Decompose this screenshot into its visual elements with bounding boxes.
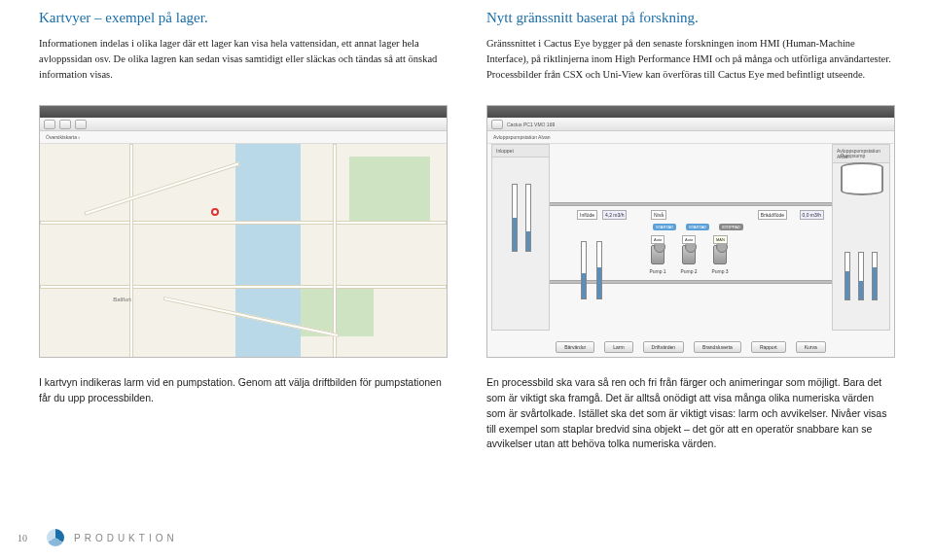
map-toolbar [40,118,447,131]
process-button[interactable]: Rapport [751,341,786,353]
level-gauge-fill [513,218,517,251]
level-gauge [844,252,850,300]
tank-icon [841,162,883,195]
map-window-titlebar [40,106,447,118]
map-road [40,285,447,289]
pump-label: Pump 2 [677,268,700,274]
inflow-label: Inflöde [577,210,597,220]
left-heading: Kartvyer – exempel på lager. [39,10,448,26]
mode-label: MAN [713,235,728,244]
process-screenshot: Cactus PC1 VMO 169 Avloppspumpstation Al… [486,105,895,358]
pipe [550,280,832,284]
toolbar-button[interactable] [75,120,87,129]
process-button[interactable]: Brandsluverta [694,341,741,353]
map-road [40,221,447,225]
left-side-panel: Inloppet [491,144,550,331]
status-tag: STARTAD [686,224,709,230]
pipe [550,202,832,206]
mode-label: Auto [651,235,665,244]
toolbar-button[interactable] [59,120,71,129]
map-road [129,144,133,358]
status-tag: STARTAD [653,224,676,230]
level-gauge [858,252,864,300]
status-tag: STOPPAD [719,224,743,230]
right-side-panel: Avloppspumpstation Alvan Pumpsump [832,144,890,331]
pump-icon[interactable] [682,245,696,264]
inflow-value: 4,2 m3/h [602,210,627,220]
pump-icon[interactable] [651,245,665,264]
process-button[interactable]: Bärvärdur [556,341,594,353]
process-button[interactable]: Kurva [796,341,826,353]
level-gauge [872,252,878,300]
right-heading: Nytt gränssnitt baserat på forskning. [486,10,895,26]
map-breadcrumb: Översiktskarta › [40,131,447,144]
right-caption: En processbild ska vara så ren och fri f… [486,375,895,452]
outflow-label: Bräddflöde [758,210,787,220]
process-title: Cactus PC1 VMO 169 [507,122,555,127]
map-canvas[interactable]: Ballfort [40,144,447,358]
brand-logo-icon [47,529,64,546]
process-window-titlebar [487,106,894,118]
brand-name: PRODUKTION [74,533,178,543]
toolbar-button[interactable] [491,120,503,129]
outflow-value: 0,0 m3/h [800,210,824,220]
pumpsump-label: Pumpsump [841,153,865,158]
level-gauge [512,184,518,252]
mode-label: Auto [682,235,696,244]
level-gauge-fill [597,267,601,298]
page-footer: 10 PRODUKTION [0,529,934,546]
level-gauge-fill [859,281,863,299]
level-gauge-fill [845,271,849,299]
process-button[interactable]: Larm [604,341,632,353]
map-green [349,157,431,221]
alarm-indicator-icon[interactable] [211,208,219,216]
map-screenshot: Översiktskarta › Ballfort [39,105,448,358]
process-button-row: Bärvärdur Larm Driftvärden Brandsluverta… [487,340,894,354]
process-toolbar: Cactus PC1 VMO 169 [487,118,894,131]
toolbar-button[interactable] [44,120,55,129]
page-number: 10 [18,533,37,543]
process-canvas: Inloppet Avloppspumpstation Alvan Pumpsu… [487,144,894,358]
pump-icon[interactable] [713,245,727,264]
left-caption: I kartvyn indikeras larm vid en pumpstat… [39,375,448,452]
level-gauge [596,241,602,299]
level-gauge-fill [526,231,530,251]
niva-label: Nivå [651,210,666,220]
left-rail-header: Inloppet [492,145,549,158]
level-gauge-fill [582,273,586,298]
left-body-text: Informationen indelas i olika lager där … [39,36,448,82]
level-gauge [581,241,587,299]
level-gauge [525,184,531,252]
map-road [333,144,337,358]
map-place-label: Ballfort [113,297,131,302]
pump-label: Pump 3 [708,268,732,274]
pump-label: Pump 1 [646,268,669,274]
level-gauge-fill [873,267,877,300]
right-body-text: Gränssnittet i Cactus Eye bygger på den … [486,36,895,82]
process-breadcrumb: Avloppspumpstation Alvan [487,131,894,144]
process-button[interactable]: Driftvärden [643,341,684,353]
